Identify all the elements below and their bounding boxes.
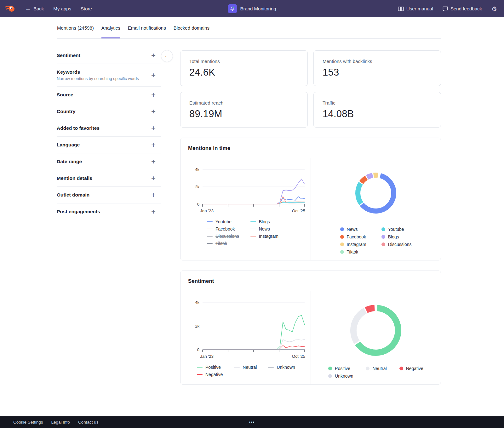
footer-link-cookie-settings[interactable]: Cookie Settings	[13, 420, 43, 425]
legend-column: Negative	[399, 366, 423, 379]
sentiment-line-legend: PositiveNegativeNeutralUnknown	[197, 365, 307, 377]
legend-swatch	[381, 243, 385, 246]
filter-keywords[interactable]: KeywordsNarrow mentions by searching spe…	[57, 64, 161, 87]
stat-card-mentions-with-backlinks: Mentions with backlinks153	[313, 50, 441, 86]
back-button[interactable]: ← Back	[25, 5, 44, 12]
my-apps-link[interactable]: My apps	[53, 6, 71, 11]
filter-sentiment[interactable]: Sentiment+	[57, 47, 161, 64]
legend-item-unknown[interactable]: Unknown	[268, 365, 295, 370]
legend-item-news[interactable]: News	[340, 227, 366, 232]
legend-item-tiktok[interactable]: Tiktok	[207, 241, 239, 246]
legend-swatch	[268, 367, 274, 368]
svg-text:2k: 2k	[195, 324, 199, 328]
footer-more-button[interactable]: •••	[249, 420, 255, 425]
tab-analytics[interactable]: Analytics	[101, 17, 120, 38]
legend-swatch	[340, 243, 344, 246]
svg-text:0: 0	[197, 202, 199, 207]
filter-source[interactable]: Source+	[57, 87, 161, 103]
legend-label: Blogs	[388, 234, 399, 239]
filter-label: Date range	[57, 159, 82, 164]
semrush-logo[interactable]	[4, 4, 16, 14]
legend-item-neutral[interactable]: Neutral	[234, 365, 257, 370]
legend-label: Unknown	[277, 365, 295, 370]
stat-label: Mentions with backlinks	[323, 59, 432, 64]
legend-item-facebook[interactable]: Facebook	[340, 234, 366, 239]
sentiment-line-chart: 02k4kJan '23Oct '25	[187, 298, 307, 362]
filter-mention-details[interactable]: Mention details+	[57, 170, 161, 187]
legend-column: Neutral	[366, 366, 387, 379]
legend-item-negative[interactable]: Negative	[399, 366, 423, 371]
svg-text:0: 0	[197, 347, 199, 352]
expand-plus-icon[interactable]: +	[151, 109, 161, 114]
svg-text:Oct '25: Oct '25	[292, 354, 305, 359]
collapse-sidebar-button[interactable]: ←	[161, 50, 173, 62]
legend-item-youtube[interactable]: Youtube	[381, 227, 412, 232]
send-feedback-button[interactable]: Send feedback	[443, 6, 482, 11]
expand-plus-icon[interactable]: +	[151, 72, 161, 78]
legend-label: Facebook	[347, 234, 366, 239]
legend-label: Instagram	[259, 234, 278, 239]
stat-cards: Total mentions24.6KMentions with backlin…	[180, 50, 441, 128]
legend-label: Positive	[335, 366, 350, 371]
legend-item-blogs[interactable]: Blogs	[250, 219, 278, 224]
filter-added-to-favorites[interactable]: Added to favorites+	[57, 120, 161, 137]
stat-label: Estimated reach	[189, 100, 299, 106]
tab-blocked-domains[interactable]: Blocked domains	[174, 17, 209, 38]
legend-item-blogs[interactable]: Blogs	[381, 234, 412, 239]
store-link[interactable]: Store	[81, 6, 92, 11]
legend-item-positive[interactable]: Positive	[197, 365, 223, 370]
filter-sublabel: Narrow mentions by searching specific wo…	[57, 76, 139, 81]
legend-item-unknown[interactable]: Unknown	[328, 374, 353, 379]
legend-swatch	[366, 367, 369, 370]
stat-value: 14.08B	[323, 108, 432, 120]
filter-date-range[interactable]: Date range+	[57, 153, 161, 170]
legend-item-tiktok[interactable]: Tiktok	[340, 249, 366, 254]
legend-label: Tiktok	[347, 249, 358, 254]
legend-swatch	[340, 235, 344, 239]
expand-plus-icon[interactable]: +	[151, 159, 161, 164]
stat-card-traffic: Traffic14.08B	[313, 92, 441, 128]
filter-label: Country	[57, 109, 75, 114]
expand-plus-icon[interactable]: +	[151, 53, 161, 58]
legend-column: Neutral	[234, 365, 257, 377]
expand-plus-icon[interactable]: +	[151, 92, 161, 98]
legend-item-positive[interactable]: Positive	[328, 366, 353, 371]
user-manual-button[interactable]: User manual	[398, 6, 433, 11]
filter-texts: Mention details	[57, 175, 92, 181]
legend-item-instagram[interactable]: Instagram	[340, 242, 366, 247]
expand-plus-icon[interactable]: +	[151, 209, 161, 214]
legend-swatch	[207, 243, 213, 244]
legend-item-instagram[interactable]: Instagram	[250, 234, 278, 239]
tab-mentions[interactable]: Mentions (24598)	[57, 17, 94, 38]
settings-gear-icon[interactable]: ⚙	[491, 6, 497, 12]
filter-outlet-domain[interactable]: Outlet domain+	[57, 187, 161, 203]
expand-plus-icon[interactable]: +	[151, 125, 161, 131]
expand-plus-icon[interactable]: +	[151, 142, 161, 148]
legend-item-discussions[interactable]: Discussions	[207, 234, 239, 239]
legend-label: Discussions	[388, 242, 412, 247]
legend-swatch	[250, 221, 256, 222]
expand-plus-icon[interactable]: +	[151, 175, 161, 181]
legend-item-neutral[interactable]: Neutral	[366, 366, 387, 371]
tab-email-notifications[interactable]: Email notifications	[128, 17, 166, 38]
filter-texts: Post engagements	[57, 209, 100, 214]
filter-post-engagements[interactable]: Post engagements+	[57, 203, 161, 220]
filter-country[interactable]: Country+	[57, 103, 161, 120]
filter-texts: Source	[57, 92, 73, 98]
legend-item-negative[interactable]: Negative	[197, 372, 223, 377]
footer-link-legal-info[interactable]: Legal Info	[51, 420, 70, 425]
footer-link-contact-us[interactable]: Contact us	[78, 420, 99, 425]
legend-item-youtube[interactable]: Youtube	[207, 219, 239, 224]
legend-item-news[interactable]: News	[250, 226, 278, 231]
stat-card-total-mentions: Total mentions24.6K	[180, 50, 308, 86]
legend-item-discussions[interactable]: Discussions	[381, 242, 412, 247]
legend-item-facebook[interactable]: Facebook	[207, 226, 239, 231]
legend-swatch	[207, 236, 213, 237]
my-apps-label: My apps	[53, 6, 71, 11]
sentiment-panel: Sentiment 02k4kJan '23Oct '25 PositiveNe…	[180, 271, 441, 385]
filter-label: Source	[57, 92, 73, 98]
filter-texts: Date range	[57, 159, 82, 164]
filter-texts: Sentiment	[57, 53, 80, 58]
expand-plus-icon[interactable]: +	[151, 192, 161, 198]
filter-language[interactable]: Language+	[57, 137, 161, 153]
